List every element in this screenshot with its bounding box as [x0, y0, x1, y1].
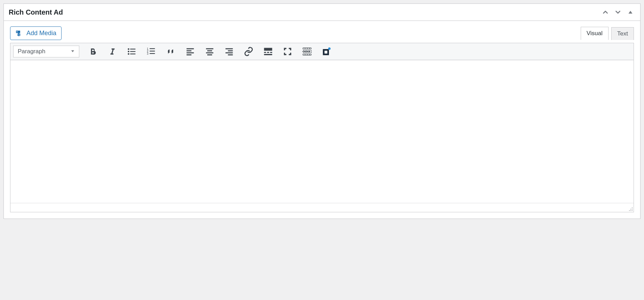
svg-rect-25	[228, 54, 233, 55]
italic-icon	[108, 47, 117, 56]
svg-rect-45	[310, 54, 311, 55]
editor-canvas[interactable]	[10, 60, 634, 203]
toggle-panel-button[interactable]	[626, 7, 635, 17]
add-media-label: Add Media	[26, 29, 56, 38]
svg-rect-5	[130, 51, 135, 52]
bullet-list-button[interactable]	[126, 46, 138, 57]
align-center-icon	[205, 47, 215, 56]
svg-rect-15	[187, 50, 192, 52]
italic-button[interactable]	[106, 46, 118, 57]
bullet-list-icon	[127, 47, 137, 56]
add-media-button[interactable]: Add Media	[10, 26, 62, 40]
svg-rect-26	[264, 48, 272, 51]
svg-point-51	[632, 209, 633, 210]
triangle-up-icon	[628, 9, 633, 15]
svg-rect-42	[303, 54, 305, 55]
svg-point-50	[630, 209, 631, 210]
svg-rect-37	[304, 51, 305, 52]
bold-icon	[88, 47, 97, 56]
caret-down-icon	[71, 48, 75, 55]
svg-point-53	[630, 210, 631, 211]
svg-rect-34	[307, 48, 309, 49]
svg-rect-28	[267, 52, 269, 53]
resize-handle[interactable]	[627, 206, 633, 211]
editor-toolbar: Paragraph	[10, 43, 634, 60]
tab-visual[interactable]: Visual	[581, 27, 609, 40]
read-more-button[interactable]	[262, 46, 274, 57]
align-center-button[interactable]	[204, 46, 216, 57]
plugin-badge-icon	[322, 47, 331, 56]
numbered-list-button[interactable]: 1 2 3	[145, 46, 157, 57]
svg-rect-17	[187, 54, 192, 55]
svg-marker-1	[71, 50, 74, 52]
svg-rect-23	[228, 50, 233, 52]
svg-rect-44	[307, 54, 309, 55]
chevron-up-icon	[602, 8, 609, 16]
svg-point-54	[632, 210, 633, 211]
svg-rect-14	[187, 48, 194, 49]
svg-rect-39	[307, 51, 308, 52]
align-left-icon	[185, 47, 195, 56]
svg-rect-13	[150, 53, 155, 54]
svg-rect-35	[310, 48, 311, 49]
quote-icon	[166, 47, 176, 56]
toolbar-toggle-button[interactable]	[301, 46, 313, 57]
chevron-down-icon	[614, 8, 622, 16]
svg-rect-29	[270, 52, 272, 53]
svg-rect-9	[150, 48, 155, 49]
align-right-button[interactable]	[223, 46, 235, 57]
svg-point-6	[128, 53, 129, 55]
panel-body: Add Media Visual Text Paragraph	[4, 21, 640, 219]
read-more-icon	[263, 47, 273, 56]
toolbar-toggle-icon	[302, 46, 312, 57]
link-icon	[244, 47, 253, 56]
svg-rect-32	[303, 48, 305, 49]
align-right-icon	[224, 47, 234, 56]
svg-rect-21	[207, 54, 212, 55]
editor-wrapper: Paragraph	[10, 43, 634, 212]
svg-rect-38	[305, 51, 307, 52]
svg-rect-18	[206, 48, 214, 49]
panel-header: Rich Content Ad	[4, 4, 640, 21]
svg-rect-3	[130, 49, 135, 49]
fullscreen-button[interactable]	[282, 46, 293, 57]
format-dropdown[interactable]: Paragraph	[13, 46, 79, 57]
svg-rect-7	[130, 54, 135, 54]
link-button[interactable]	[243, 46, 255, 57]
svg-rect-11	[150, 51, 155, 52]
svg-point-52	[629, 210, 630, 211]
svg-rect-16	[187, 53, 194, 54]
svg-rect-30	[264, 54, 272, 55]
svg-rect-24	[226, 53, 233, 54]
tab-text[interactable]: Text	[611, 27, 634, 40]
custom-plugin-button[interactable]	[321, 46, 332, 57]
svg-rect-40	[309, 51, 310, 52]
media-icon	[15, 29, 24, 38]
svg-rect-33	[305, 48, 307, 49]
editor-statusbar	[10, 203, 634, 212]
svg-point-4	[128, 51, 129, 53]
rich-content-ad-panel: Rich Content Ad	[3, 3, 641, 219]
svg-rect-27	[264, 52, 266, 53]
svg-rect-20	[206, 53, 214, 54]
numbered-list-icon: 1 2 3	[146, 47, 156, 56]
svg-point-48	[328, 48, 331, 50]
svg-text:3: 3	[147, 53, 148, 56]
svg-rect-43	[305, 54, 307, 55]
bold-button[interactable]	[87, 46, 99, 57]
align-left-button[interactable]	[184, 46, 196, 57]
blockquote-button[interactable]	[165, 46, 177, 57]
svg-marker-0	[628, 11, 632, 14]
move-down-button[interactable]	[613, 7, 623, 17]
move-up-button[interactable]	[601, 7, 610, 17]
svg-point-2	[128, 48, 129, 50]
svg-rect-19	[207, 50, 212, 52]
svg-point-49	[632, 207, 633, 208]
fullscreen-icon	[283, 47, 292, 56]
panel-controls	[601, 7, 635, 17]
svg-rect-47	[324, 51, 327, 54]
editor-tabs: Visual Text	[581, 27, 634, 40]
resize-grip-icon	[627, 206, 633, 211]
svg-rect-22	[226, 48, 233, 49]
panel-title: Rich Content Ad	[9, 8, 63, 16]
